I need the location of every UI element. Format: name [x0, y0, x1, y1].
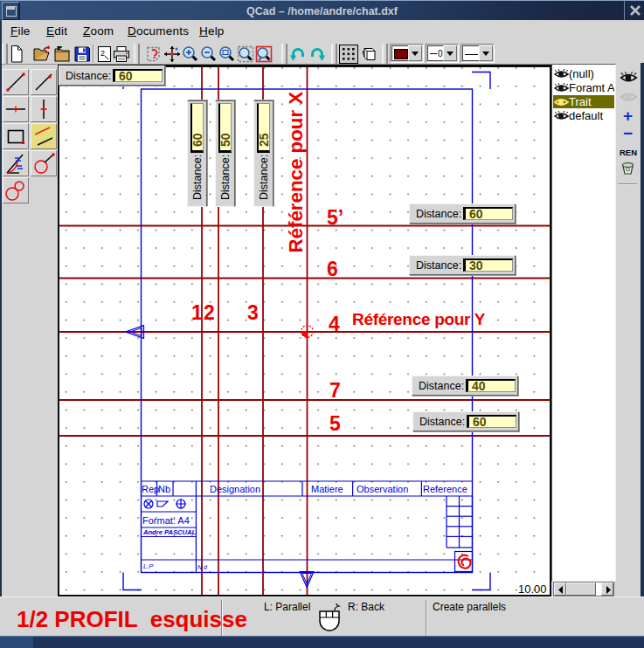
- svg-text:Nb: Nb: [158, 484, 170, 494]
- svg-text:Référence pour Y: Référence pour Y: [352, 310, 486, 328]
- svg-text:Rep: Rep: [142, 484, 159, 494]
- svg-text:1: 1: [191, 301, 203, 324]
- svg-text:2: 2: [100, 49, 105, 58]
- svg-text:N d: N d: [197, 564, 208, 570]
- svg-text:Observation: Observation: [357, 484, 408, 494]
- svg-text:6: 6: [327, 258, 338, 280]
- svg-text:5’: 5’: [327, 206, 343, 229]
- svg-text:Format: A4: Format: A4: [142, 515, 190, 526]
- svg-text:Andre PASCUAL: Andre PASCUAL: [142, 528, 197, 536]
- svg-text:2: 2: [204, 301, 215, 324]
- svg-text:4: 4: [329, 313, 340, 335]
- svg-text:5: 5: [329, 412, 341, 435]
- svg-text:L.P: L.P: [143, 562, 153, 570]
- svg-text:Matiere: Matiere: [311, 484, 343, 494]
- svg-text:Référence pour X: Référence pour X: [285, 92, 307, 253]
- svg-text:3: 3: [247, 301, 259, 324]
- svg-text:Reference: Reference: [423, 484, 467, 494]
- svg-text:7: 7: [329, 379, 341, 402]
- svg-text:Designation: Designation: [210, 484, 260, 494]
- svg-text:10.00: 10.00: [518, 583, 547, 595]
